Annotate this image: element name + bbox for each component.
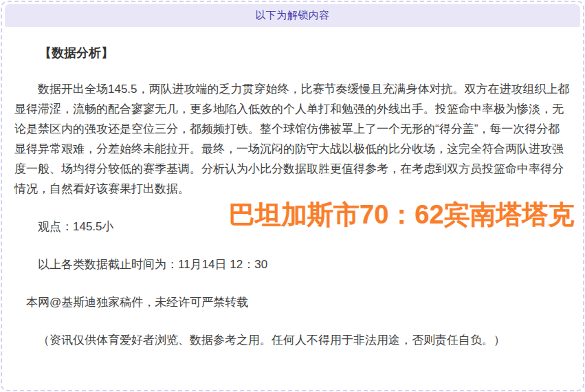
copyright-line: 本网@基斯迪独家稿件，未经许可严禁转载 <box>14 292 571 312</box>
analysis-paragraph: 数据开出全场145.5，两队进攻端的乏力贯穿始终，比赛节奏缓慢且充满身体对抗。双… <box>14 79 571 199</box>
data-cutoff-line: 以上各类数据截止时间为：11月14日 12：30 <box>14 254 571 274</box>
analysis-article: 【数据分析】 数据开出全场145.5，两队进攻端的乏力贯穿始终，比赛节奏缓慢且充… <box>2 45 583 350</box>
disclaimer-line: （资讯仅供体育爱好者浏览、数据参考之用。任何人不得用于非法用途，否则责任自负。） <box>14 330 571 350</box>
unlocked-content-label: 以下为解锁内容 <box>255 9 330 22</box>
unlocked-content-panel: 以下为解锁内容 【数据分析】 数据开出全场145.5，两队进攻端的乏力贯穿始终，… <box>1 1 584 391</box>
section-title: 【数据分析】 <box>14 45 571 61</box>
unlocked-content-header: 以下为解锁内容 <box>5 4 580 27</box>
viewpoint-line: 观点：145.5小 <box>14 217 571 237</box>
